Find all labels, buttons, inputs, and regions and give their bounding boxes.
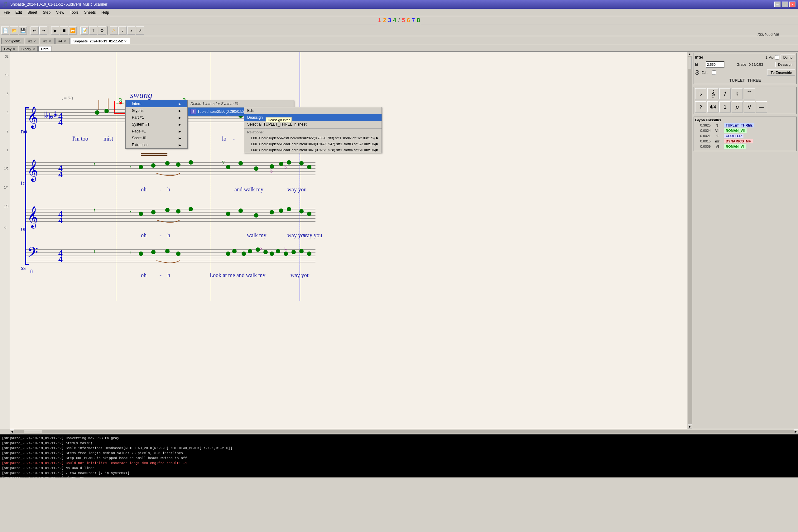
cm-part1[interactable]: Part #1 ▶: [126, 114, 187, 121]
to-ensemble-button[interactable]: To Ensemble: [767, 70, 795, 76]
sym-f[interactable]: f: [719, 88, 731, 99]
menu-help[interactable]: Help: [99, 10, 112, 15]
minimize-btn[interactable]: ─: [774, 2, 781, 7]
sm2-deassign[interactable]: Deassign: [244, 114, 382, 121]
vscroll-thumb[interactable]: [688, 57, 692, 69]
sym-v[interactable]: V: [744, 101, 755, 113]
log-line-8: [Snipaste_2024-10-19_01-11-52] 7 raw mea…: [2, 471, 796, 476]
sm2-relation-2[interactable]: 1.00~ChordTuplet<-HeadChordInter#1860(0.…: [244, 141, 382, 147]
cm-score1[interactable]: Score #1 ▶: [126, 135, 187, 141]
color-num-4[interactable]: 4: [392, 17, 397, 24]
color-num-6[interactable]: 6: [406, 17, 411, 24]
color-num-5[interactable]: 5: [401, 17, 406, 24]
tb-export[interactable]: ↗: [136, 26, 144, 35]
score-area[interactable]: 𝄞 𝄞 𝄞 𝄢 4 4 4 4 4 4 4 4 𝄫 𝄫: [10, 52, 687, 429]
sym-treble[interactable]: 𝄞: [707, 88, 719, 99]
cm-glyphs[interactable]: Glyphs ▶: [126, 107, 187, 114]
tb-redo[interactable]: ↪: [39, 26, 48, 35]
tb-ocr[interactable]: 📝: [80, 26, 89, 35]
color-num-7[interactable]: 7: [411, 17, 416, 24]
cm-page1[interactable]: Page #1 ▶: [126, 128, 187, 135]
close-btn[interactable]: ✕: [789, 2, 796, 7]
sm2-edit[interactable]: Edit: [244, 107, 382, 114]
cm-system1[interactable]: System #1 ▶: [126, 121, 187, 128]
sym-natural[interactable]: ♮: [732, 88, 743, 99]
menubar: File Edit Sheet Step View Tools Sheets H…: [0, 9, 798, 16]
horizontal-scrollbar[interactable]: ◀ ▶: [10, 429, 798, 434]
hscroll-thumb[interactable]: [24, 430, 42, 433]
vscroll-down[interactable]: ▼: [688, 424, 692, 429]
tb-stop[interactable]: ⏹: [60, 26, 68, 35]
menu-view[interactable]: View: [54, 10, 67, 15]
tb-note2[interactable]: ♪: [127, 26, 135, 35]
inter-id-input[interactable]: [706, 61, 724, 68]
cm-extraction[interactable]: Extraction ▶: [126, 141, 187, 148]
tab-close-snipaste[interactable]: ✕: [124, 40, 127, 43]
tb-warn[interactable]: ⚠: [110, 26, 118, 35]
menu-sheets[interactable]: Sheets: [82, 10, 98, 15]
tab-3[interactable]: #3 ✕: [40, 38, 54, 44]
glyph-class-1[interactable]: TUPLET_THREE: [724, 123, 754, 128]
tab-close-3[interactable]: ✕: [49, 40, 51, 43]
sym-flat[interactable]: ♭: [695, 88, 706, 99]
tb-settings[interactable]: ⚙: [98, 26, 106, 35]
restore-btn[interactable]: ◻: [782, 2, 788, 7]
glyph-class-5[interactable]: ROMAN_VI: [724, 144, 746, 149]
tb-fwd[interactable]: ⏩: [69, 26, 77, 35]
glyph-class-2[interactable]: ROMAN_VII: [724, 128, 746, 133]
sym-unknown[interactable]: ?: [695, 101, 706, 113]
side-arrow[interactable]: ◁: [0, 226, 10, 229]
tab-png2pdf1[interactable]: png2pdf#1: [1, 38, 24, 44]
tab-4[interactable]: #4 ✕: [55, 38, 70, 44]
vertical-scrollbar[interactable]: ▲ ▼: [687, 52, 692, 429]
tb-note1[interactable]: ♩: [118, 26, 127, 35]
glyph-class-3[interactable]: CLUTTER: [724, 134, 743, 138]
tb-undo[interactable]: ↩: [31, 26, 39, 35]
subtab-binary[interactable]: Binary ✕: [19, 46, 38, 52]
sym-dash[interactable]: —: [756, 101, 767, 113]
context-menu[interactable]: Inters ▶ Glyphs ▶ Part #1 ▶ System #1: [125, 100, 188, 149]
tb-text[interactable]: T: [89, 26, 97, 35]
tab-snipaste[interactable]: Snipaste_2024-10-19_01-11-52 ✕: [70, 38, 130, 44]
tb-play[interactable]: ▶: [51, 26, 59, 35]
tb-new[interactable]: 📄: [1, 26, 10, 35]
inter-edit-checkbox[interactable]: [712, 71, 716, 75]
submenu-tuplet[interactable]: Edit Deassign Select all TUPLET_THREE in…: [244, 107, 382, 153]
subtab-gray[interactable]: Gray ✕: [1, 46, 18, 52]
color-num-2[interactable]: 2: [382, 17, 387, 24]
svg-rect-151: [25, 264, 29, 265]
svg-text:-: -: [159, 186, 162, 193]
hscroll-left[interactable]: ◀: [10, 430, 14, 434]
sym-1[interactable]: 1: [719, 101, 731, 113]
tab-2[interactable]: #2 ✕: [25, 38, 39, 44]
dump-button[interactable]: Dump: [781, 55, 795, 60]
subtab-gray-close[interactable]: ✕: [13, 48, 15, 51]
color-num-8[interactable]: 8: [416, 17, 421, 24]
sym-curve[interactable]: ⌒: [744, 88, 755, 99]
color-num-3[interactable]: 3: [387, 17, 392, 24]
menu-sheet[interactable]: Sheet: [25, 10, 40, 15]
menu-tools[interactable]: Tools: [67, 10, 81, 15]
menu-file[interactable]: File: [1, 10, 12, 15]
tb-save[interactable]: 💾: [19, 26, 27, 35]
glyph-class-4[interactable]: DYNAMICS_MF: [724, 139, 753, 144]
menu-edit[interactable]: Edit: [13, 10, 24, 15]
sym-4-4[interactable]: 4/4: [707, 101, 719, 113]
sm2-relation-3[interactable]: 1.00~ChordTuplet<-HeadChordInter#1861(0.…: [244, 147, 382, 153]
deassign-button[interactable]: Deassign: [775, 62, 795, 67]
hscroll-right[interactable]: ▶: [794, 430, 798, 434]
subtab-binary-close[interactable]: ✕: [33, 48, 35, 51]
sm2-relation-1[interactable]: 1.00~ChordTuplet<-RestChordInter#2922(0.…: [244, 135, 382, 141]
inter-vip-checkbox[interactable]: [775, 55, 779, 59]
color-num-1[interactable]: 1: [377, 17, 382, 24]
vscroll-up[interactable]: ▲: [688, 52, 692, 56]
menu-step[interactable]: Step: [40, 10, 53, 15]
subtab-data[interactable]: Data: [38, 46, 52, 52]
sm2-select-all[interactable]: Select all TUPLET_THREE in sheet: [244, 121, 382, 128]
sym-p[interactable]: p: [732, 101, 743, 113]
tb-open[interactable]: 📂: [10, 26, 18, 35]
svg-text:7: 7: [222, 160, 225, 166]
tab-close-4[interactable]: ✕: [63, 40, 66, 43]
cm-inters[interactable]: Inters ▶: [126, 100, 187, 107]
tab-close-2[interactable]: ✕: [33, 40, 36, 43]
